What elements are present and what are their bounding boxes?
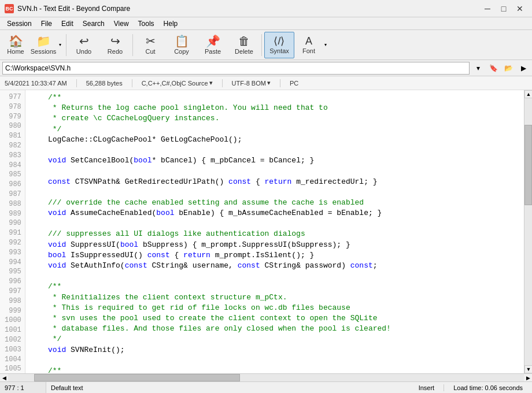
home-icon: 🏠 [9,35,23,47]
language-value: C,C++,C#,ObjC Source [142,80,208,87]
titlebar-title: SVN.h - Text Edit - Beyond Compare [17,5,130,13]
cursor-position: 977 : 1 [0,382,46,393]
menu-tools[interactable]: Tools [134,18,159,29]
undo-icon: ↩ [79,35,89,47]
horizontal-scrollbar[interactable]: ◀ ▶ [0,373,532,381]
load-time: Load time: 0.06 seconds [444,384,532,391]
encoding-dropdown[interactable]: UTF-8 BOM ▾ [232,79,271,87]
edit-mode: Insert [409,384,444,391]
bottom-area: ◀ ▶ 977 : 1 Default text Insert Load tim… [0,373,532,393]
syntax-button[interactable]: ⟨/⟩ Syntax [264,32,294,58]
delete-icon: 🗑 [238,35,250,47]
toolbar-sep-1 [66,34,66,56]
code-wrapper: 977 978 979 980 981 982 983 984 985 986 … [0,90,532,373]
cut-button[interactable]: ✂ Cut [135,32,165,58]
menu-search[interactable]: Search [78,18,109,29]
scroll-track-h[interactable] [8,374,524,381]
paste-label: Paste [205,48,221,55]
toolbar-sep-2 [132,34,133,56]
encoding-arrow: ▾ [267,79,271,87]
delete-label: Delete [235,48,253,55]
scroll-down-btn[interactable]: ▼ [524,365,532,373]
info-sep-4 [280,79,280,87]
address-nav-btn[interactable]: ▶ [517,62,530,75]
address-input[interactable] [2,62,470,75]
copy-icon: 📋 [175,35,189,47]
sessions-icon: 📁 [36,35,51,47]
address-dropdown-btn[interactable]: ▾ [472,62,485,75]
copy-label: Copy [174,48,189,55]
main-area: 977 978 979 980 981 982 983 984 985 986 … [0,90,532,393]
app-icon: BC [5,4,14,13]
menu-view[interactable]: View [109,18,134,29]
infobar: 5/4/2021 10:33:47 AM 56,288 bytes C,C++,… [0,76,532,90]
titlebar-left: BC SVN.h - Text Edit - Beyond Compare [5,4,130,13]
code-content[interactable]: /** * Returns the log cache pool singlet… [25,90,524,373]
address-folder-btn[interactable]: 📂 [502,62,515,75]
delete-button[interactable]: 🗑 Delete [229,32,259,58]
titlebar-controls: ─ □ ✕ [480,3,527,14]
scroll-up-btn[interactable]: ▲ [524,90,532,98]
syntax-label: Syntax [269,47,289,54]
status-text: Default text [46,384,409,391]
file-size: 56,288 bytes [86,80,123,87]
home-button-group: 🏠 Home [2,32,29,58]
maximize-button[interactable]: □ [496,3,511,14]
scroll-right-btn[interactable]: ▶ [524,374,532,382]
syntax-icon: ⟨/⟩ [274,36,285,46]
address-bookmark-btn[interactable]: 🔖 [487,62,500,75]
minimize-button[interactable]: ─ [480,3,495,14]
info-sep-2 [132,79,132,87]
menubar: Session File Edit Search View Tools Help [0,17,532,30]
menu-session[interactable]: Session [2,18,36,29]
redo-button[interactable]: ↪ Redo [100,32,130,58]
sessions-button[interactable]: 📁 Sessions [30,32,57,58]
undo-button[interactable]: ↩ Undo [69,32,99,58]
font-arrow[interactable]: ▾ [322,32,329,58]
titlebar: BC SVN.h - Text Edit - Beyond Compare ─ … [0,0,532,17]
cut-icon: ✂ [146,35,156,47]
undo-label: Undo [76,48,91,55]
scroll-thumb-v[interactable] [524,125,532,205]
paste-icon: 📌 [206,35,220,47]
language-arrow: ▾ [209,79,213,87]
close-button[interactable]: ✕ [512,3,527,14]
menu-edit[interactable]: Edit [57,18,78,29]
cut-label: Cut [145,48,155,55]
font-button-group: A Font ▾ [295,32,329,58]
font-label: Font [302,47,315,54]
font-button[interactable]: A Font [295,32,322,58]
font-icon: A [305,36,312,46]
info-sep-1 [76,79,77,87]
info-sep-3 [222,79,223,87]
language-dropdown[interactable]: C,C++,C#,ObjC Source ▾ [142,79,213,87]
scroll-track-v[interactable] [524,98,532,365]
paste-button[interactable]: 📌 Paste [198,32,228,58]
statusbar: 977 : 1 Default text Insert Load time: 0… [0,381,532,393]
scroll-thumb-h[interactable] [34,374,241,381]
code-area[interactable]: 977 978 979 980 981 982 983 984 985 986 … [0,90,524,373]
menu-file[interactable]: File [36,18,57,29]
scroll-left-btn[interactable]: ◀ [0,374,8,382]
home-label: Home [7,48,24,55]
menu-help[interactable]: Help [159,18,183,29]
file-date: 5/4/2021 10:33:47 AM [5,80,67,87]
line-numbers: 977 978 979 980 981 982 983 984 985 986 … [0,90,25,373]
addressbar: ▾ 🔖 📂 ▶ [0,60,532,76]
sessions-arrow[interactable]: ▾ [57,32,64,58]
toolbar-sep-3 [261,34,262,56]
copy-button[interactable]: 📋 Copy [167,32,197,58]
redo-icon: ↪ [110,35,120,47]
encoding-value: UTF-8 BOM [232,80,266,87]
home-button[interactable]: 🏠 Home [2,32,29,58]
toolbar: 🏠 Home 📁 Sessions ▾ ↩ Undo ↪ Redo ✂ Cut … [0,30,532,60]
sessions-label: Sessions [31,48,57,55]
lineending-value: PC [290,80,298,87]
vertical-scrollbar[interactable]: ▲ ▼ [524,90,532,373]
redo-label: Redo [108,48,123,55]
sessions-button-group: 📁 Sessions ▾ [30,32,64,58]
